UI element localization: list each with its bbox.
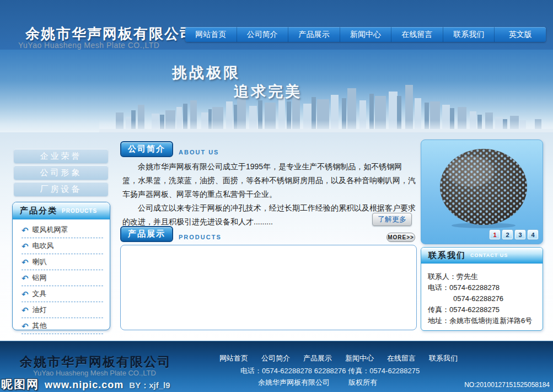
footer-phone-line: 电话：0574-62288278 62288276 传真：0574-622882… [240,366,420,376]
category-label: 油灯 [33,305,47,315]
footer-link-home[interactable]: 网站首页 [219,353,248,363]
nav-item-guestbook[interactable]: 在线留言 [391,27,443,42]
category-label: 喇叭 [33,257,47,267]
nipic-watermark: 昵图网 www.nipic.com BY：xjf_l9 [1,377,170,392]
pagination-button-2[interactable]: 2 [502,230,513,239]
slogan-line-1: 挑战极限 [172,63,240,83]
category-item-heater-mesh[interactable]: ↶ 暖风机网罩 [22,222,103,238]
contact-title: 联系我们 [428,250,466,261]
nav-item-home[interactable]: 网站首页 [185,27,237,42]
watermark-url: www.nipic.com [45,379,124,391]
footer-link-guestbook[interactable]: 在线留言 [387,353,416,363]
sidebar-item-facility[interactable]: 厂房设备 [14,182,108,196]
category-label: 铝网 [33,273,47,283]
showcase-pagination: 1 2 3 4 [490,230,538,239]
slogan-line-2: 追求完美 [234,82,302,101]
nav-item-contact[interactable]: 联系我们 [443,27,495,42]
category-item-aluminum-mesh[interactable]: ↶ 铝网 [22,270,103,286]
contact-phone2-line: 0574-62288276 [428,293,538,304]
category-list: ↶ 暖风机网罩 ↶ 电吹风 ↶ 喇叭 ↶ 铝网 ↶ 文具 ↶ 油灯 ↶ 其他 [13,219,110,334]
contact-fax-line: 传真：0574-62288275 [428,304,538,315]
category-item-hairdryer[interactable]: ↶ 电吹风 [22,238,103,254]
header: 余姚市华声网板有限公司 YuYao Huasheng Mesh Plate CO… [0,0,553,50]
watermark-site-logo: 昵图网 [1,377,39,392]
category-item-oil-lamp[interactable]: ↶ 油灯 [22,302,103,318]
tab-company-intro[interactable]: 公司简介 [120,141,173,157]
categories-title: 产品分类 [20,206,57,216]
nav-item-news[interactable]: 新闻中心 [340,27,391,42]
footer-serial-number: NO:20100127151525058184 [464,381,550,389]
products-section-header: 产品展示 PRODUCTS [120,226,222,242]
products-more-button[interactable]: MORE>> [386,233,415,242]
curved-arrow-icon: ↶ [22,226,29,234]
contact-details: 联系人：劳先生 电话：0574-62288278 0574-62288276 传… [421,264,543,326]
city-skyline-image [99,82,553,132]
footer-nav: 网站首页 公司简介 产品展示 新闻中心 在线留言 联系我们 [219,353,458,363]
contact-subtitle: CONTACT US [470,253,508,258]
category-label: 其他 [33,321,47,331]
page: 余姚市华声网板有限公司 YuYao Huasheng Mesh Plate CO… [0,0,553,392]
curved-arrow-icon: ↶ [22,258,29,266]
products-display-box [120,245,417,330]
curved-arrow-icon: ↶ [22,306,29,314]
footer-link-news[interactable]: 新闻中心 [345,353,374,363]
footer-copyright: 余姚华声网板有限公司 版权所有 [258,378,377,388]
contact-header: 联系我们 CONTACT US [421,248,543,264]
product-categories-panel: 产品分类 PRODUCTS ↶ 暖风机网罩 ↶ 电吹风 ↶ 喇叭 ↶ 铝网 ↶ … [12,202,110,330]
footer-copyright-company: 余姚华声网板有限公司 [258,378,330,388]
curved-arrow-icon: ↶ [22,242,29,250]
footer-company-name-english: YuYao Huasheng Mesh Plate CO.,LTD [33,369,156,377]
sidebar-item-honors[interactable]: 企业荣誉 [14,149,108,163]
footer: 余姚市华声网板有限公司 YuYao Huasheng Mesh Plate CO… [0,341,553,392]
about-subtitle: ABOUT US [179,149,219,157]
product-mesh-dome-image [437,147,530,229]
watermark-author: BY：xjf_l9 [129,380,170,391]
category-item-stationery[interactable]: ↶ 文具 [22,286,103,302]
nav-item-english[interactable]: 英文版 [494,27,546,42]
category-item-speaker[interactable]: ↶ 喇叭 [22,254,103,270]
footer-company-name: 余姚市华声网板有限公司 [20,353,171,370]
contact-address-line: 地址：余姚市低塘街道新洋路6号 [428,315,538,326]
company-logo-english: YuYao Huasheng Mesh Plate CO.,LTD [18,41,159,50]
sidebar-item-company-image[interactable]: 公司形象 [14,165,108,180]
about-section-header: 公司简介 ABOUT US [120,141,219,157]
category-label: 电吹风 [33,241,54,251]
footer-copyright-rights: 版权所有 [348,378,377,388]
categories-subtitle: PRODUCTS [62,208,97,214]
nav-item-products[interactable]: 产品展示 [288,27,340,42]
pagination-button-4[interactable]: 4 [528,230,538,239]
hero-banner: 挑战极限 追求完美 [0,50,553,132]
curved-arrow-icon: ↶ [22,274,29,282]
curved-arrow-icon: ↶ [22,322,29,330]
tab-product-display[interactable]: 产品展示 [120,226,173,242]
main-nav: 网站首页 公司简介 产品展示 新闻中心 在线留言 联系我们 英文版 [185,27,546,42]
product-categories-header: 产品分类 PRODUCTS [13,202,110,219]
category-label: 暖风机网罩 [33,225,68,235]
footer-link-products[interactable]: 产品展示 [303,353,332,363]
products-subtitle: PRODUCTS [179,234,222,242]
intro-paragraph-1: 余姚市华声网板有限公司成立于1995年，是专业生产不锈钢制品，如不锈钢网篮，水果… [122,160,417,201]
nav-item-about[interactable]: 公司简介 [237,27,288,42]
curved-arrow-icon: ↶ [22,290,29,298]
category-item-other[interactable]: ↶ 其他 [22,318,103,334]
footer-link-about[interactable]: 公司简介 [261,353,290,363]
pagination-button-3[interactable]: 3 [515,230,525,239]
learn-more-button[interactable]: 了解更多 [372,213,412,226]
product-showcase-panel: 1 2 3 4 [421,139,543,244]
contact-panel: 联系我们 CONTACT US 联系人：劳先生 电话：0574-62288278… [421,247,543,331]
category-label: 文具 [33,289,47,299]
contact-person-line: 联系人：劳先生 [428,271,538,282]
pagination-button-1[interactable]: 1 [490,230,500,239]
contact-phone-line: 电话：0574-62288278 [428,282,538,293]
footer-link-contact[interactable]: 联系我们 [429,353,458,363]
